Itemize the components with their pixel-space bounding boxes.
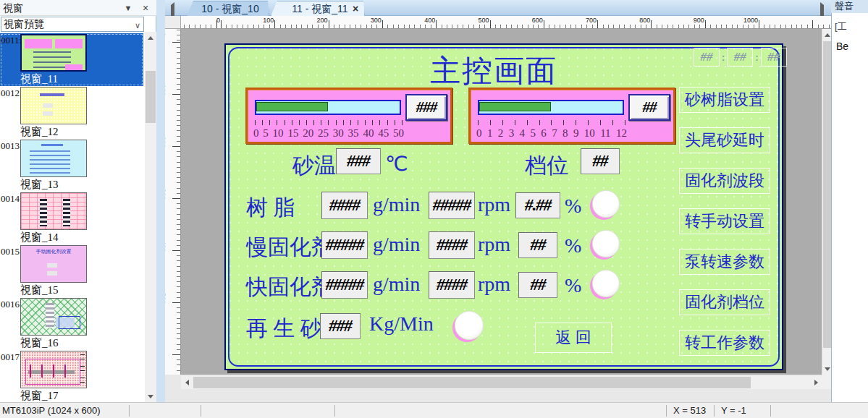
- window-preview-item[interactable]: 0017:視窗_17: [0, 350, 143, 402]
- rpm-value[interactable]: ####: [429, 231, 475, 259]
- menu-button[interactable]: 固化剂波段: [679, 168, 770, 194]
- percent-unit[interactable]: %: [565, 195, 581, 218]
- flow-value[interactable]: #####: [321, 271, 368, 299]
- scale-tick-label: 50: [393, 127, 404, 140]
- rpm-unit[interactable]: rpm: [478, 273, 510, 296]
- flow-unit[interactable]: g/min: [373, 233, 420, 256]
- editor-tab[interactable]: 10 - 視窗_10: [187, 1, 269, 16]
- dosing-row-lamp[interactable]: [592, 190, 620, 218]
- scroll-up-button[interactable]: [145, 32, 156, 43]
- window-preview-item[interactable]: 0012:視窗_12: [0, 86, 143, 139]
- menu-button[interactable]: 转工作参数: [679, 330, 770, 356]
- back-button[interactable]: 返 回: [535, 323, 612, 353]
- window-preview-item[interactable]: 0014:視窗_14: [0, 192, 143, 244]
- window-thumbnail[interactable]: [20, 34, 87, 72]
- cursor-x-label: X = 513: [673, 405, 706, 416]
- sand-temp-unit[interactable]: ℃: [385, 152, 408, 176]
- percent-value[interactable]: ##: [518, 272, 557, 298]
- rpm-value[interactable]: ####: [429, 271, 475, 299]
- window-preview-item[interactable]: 0015:手动固化剂设置視窗_15: [0, 244, 143, 297]
- dosing-row-lamp[interactable]: [592, 230, 620, 257]
- bar-gauge-track[interactable]: [478, 100, 624, 115]
- menu-button[interactable]: 泵转速参数: [679, 249, 770, 275]
- menu-button[interactable]: 固化剂档位: [679, 289, 770, 315]
- flow-value[interactable]: #####: [321, 231, 368, 259]
- window-thumbnail[interactable]: [20, 298, 87, 336]
- sand-temp-label[interactable]: 砂温: [292, 151, 336, 181]
- tab-scroll-left-icon[interactable]: [171, 5, 174, 16]
- scale-tick-label: 7: [552, 127, 557, 140]
- percent-unit[interactable]: %: [565, 234, 581, 257]
- clock-display[interactable]: ## : ## : ##: [694, 48, 787, 67]
- regen-sand-unit[interactable]: Kg/Min: [369, 312, 434, 336]
- scale-tick-label: 4: [520, 127, 526, 140]
- scrollbar-thumb[interactable]: [146, 71, 156, 123]
- window-thumbnail[interactable]: [20, 140, 87, 177]
- clock-hours[interactable]: ##: [694, 48, 720, 67]
- dosing-row-label[interactable]: 树 脂: [246, 193, 295, 223]
- window-number: 0011:: [1, 35, 20, 46]
- regen-sand-lamp[interactable]: [455, 311, 484, 340]
- panel-menu-icon[interactable]: ▼: [122, 3, 134, 14]
- preview-list-scrollbar[interactable]: [145, 32, 156, 402]
- sand-temp-value[interactable]: ###: [336, 148, 381, 174]
- scroll-right-button[interactable]: [810, 375, 822, 389]
- editor-canvas[interactable]: ## : ## : ## 主控画面 ###0510152025303540455…: [181, 29, 822, 375]
- regen-sand-label[interactable]: 再 生 砂: [246, 314, 322, 344]
- window-thumbnail[interactable]: [20, 87, 87, 124]
- clock-seconds[interactable]: ##: [761, 48, 787, 67]
- scale-tick-label: 45: [378, 127, 389, 140]
- scale-tick-label: 0: [253, 127, 259, 140]
- flow-unit[interactable]: g/min: [373, 273, 420, 296]
- dosing-row-lamp[interactable]: [592, 270, 620, 297]
- gear-value[interactable]: ##: [581, 148, 620, 174]
- rpm-unit[interactable]: rpm: [478, 193, 510, 216]
- window-preview-item[interactable]: 0013:視窗_13: [0, 139, 143, 192]
- percent-value[interactable]: #.##: [515, 192, 560, 218]
- canvas-vertical-scrollbar[interactable]: [822, 29, 831, 375]
- scroll-left-button[interactable]: [181, 375, 193, 389]
- gauge-value-display[interactable]: ##: [628, 94, 670, 121]
- menu-button[interactable]: 头尾砂延时: [679, 127, 770, 153]
- clock-minutes[interactable]: ##: [727, 48, 753, 67]
- dosing-row-label[interactable]: 慢固化剂: [246, 233, 333, 263]
- menu-button[interactable]: 砂树脂设置: [679, 87, 770, 113]
- scrollbar-thumb[interactable]: [823, 41, 831, 348]
- gauge-value-display[interactable]: ###: [405, 94, 447, 121]
- panel-close-icon[interactable]: ×: [140, 3, 151, 14]
- dosing-row-label[interactable]: 快固化剂: [246, 273, 333, 302]
- scroll-down-button[interactable]: [145, 391, 156, 402]
- screen-title[interactable]: 主控画面: [410, 51, 577, 91]
- panel-splitter[interactable]: [156, 0, 165, 402]
- canvas-horizontal-scrollbar[interactable]: [181, 375, 822, 389]
- bar-gauge-panel-sand[interactable]: ###05101520253035404550: [245, 88, 452, 144]
- window-preview-item[interactable]: 0011:視窗_11: [0, 33, 143, 86]
- bar-gauge-track[interactable]: [255, 100, 401, 115]
- tab-scroll-right-icon[interactable]: [820, 5, 824, 16]
- window-thumbnail[interactable]: [20, 192, 87, 230]
- scrollbar-thumb[interactable]: [193, 377, 751, 388]
- window-thumbnail[interactable]: 手动固化剂设置: [20, 245, 87, 283]
- percent-unit[interactable]: %: [565, 274, 581, 297]
- rpm-value[interactable]: #####: [429, 192, 475, 219]
- regen-sand-value[interactable]: ###: [320, 313, 361, 339]
- tab-close-icon[interactable]: ×: [350, 3, 361, 14]
- percent-value[interactable]: ##: [518, 232, 557, 258]
- flow-value[interactable]: ####: [321, 192, 368, 219]
- window-preview-item[interactable]: 0016:視窗_16: [0, 297, 143, 350]
- scrollbar-corner: [822, 375, 831, 389]
- rpm-unit[interactable]: rpm: [478, 233, 510, 256]
- device-model-label: MT6103iP (1024 x 600): [2, 405, 101, 416]
- ruler-corner: [165, 16, 181, 29]
- h-ruler-label: 1000: [743, 17, 759, 24]
- flow-unit[interactable]: g/min: [373, 193, 420, 216]
- editor-tab[interactable]: 11 - 視窗_11×: [271, 1, 365, 16]
- scale-tick-label: 20: [303, 127, 313, 140]
- bar-gauge-panel-gear[interactable]: ##0123456789101112: [468, 88, 675, 144]
- scale-tick-label: 8: [562, 127, 568, 140]
- hmi-screen[interactable]: ## : ## : ## 主控画面 ###0510152025303540455…: [224, 43, 783, 370]
- menu-button[interactable]: 转手动设置: [679, 208, 770, 234]
- preview-mode-dropdown[interactable]: 視窗預覽 ∨: [1, 17, 144, 32]
- gear-label[interactable]: 档位: [525, 151, 568, 181]
- window-thumbnail[interactable]: [20, 351, 87, 388]
